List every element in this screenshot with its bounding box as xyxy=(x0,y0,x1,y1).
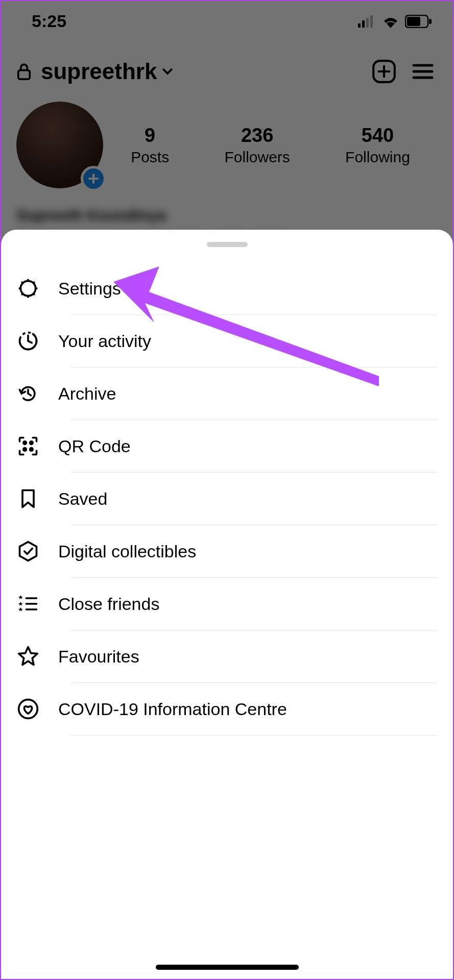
svg-point-31 xyxy=(23,442,27,445)
divider xyxy=(70,735,438,736)
status-indicators xyxy=(358,15,433,28)
svg-marker-35 xyxy=(20,542,37,561)
svg-point-33 xyxy=(23,448,27,451)
menu-list: Settings Your activity Archive QR Code xyxy=(1,262,453,736)
plus-icon xyxy=(87,173,100,185)
menu-item-close-friends[interactable]: Close friends xyxy=(16,578,438,630)
menu-item-archive[interactable]: Archive xyxy=(16,368,438,420)
profile-stats-row: 9 Posts 236 Followers 540 Following xyxy=(1,91,453,193)
menu-item-covid-info[interactable]: COVID-19 Information Centre xyxy=(16,683,438,735)
stat-followers[interactable]: 236 Followers xyxy=(224,125,290,166)
svg-rect-2 xyxy=(366,18,369,28)
svg-rect-6 xyxy=(429,19,432,24)
svg-point-39 xyxy=(19,700,38,719)
username[interactable]: supreethrk xyxy=(41,59,174,84)
menu-label: Digital collectibles xyxy=(58,542,196,561)
add-story-button[interactable] xyxy=(81,166,106,191)
stat-following[interactable]: 540 Following xyxy=(345,125,410,166)
sheet-grabber[interactable] xyxy=(207,242,248,247)
menu-label: Settings xyxy=(58,279,121,299)
menu-sheet: Settings Your activity Archive QR Code xyxy=(1,230,453,979)
profile-header: supreethrk xyxy=(1,36,453,91)
gear-icon xyxy=(16,277,40,300)
svg-point-34 xyxy=(30,448,33,451)
status-bar: 5:25 xyxy=(1,1,453,36)
qr-code-icon xyxy=(16,434,40,458)
menu-label: Close friends xyxy=(58,594,159,614)
svg-line-24 xyxy=(33,282,35,284)
hamburger-icon xyxy=(411,61,435,82)
svg-rect-3 xyxy=(370,15,373,28)
menu-label: Saved xyxy=(58,489,107,509)
menu-label: Your activity xyxy=(58,331,151,351)
svg-line-30 xyxy=(28,394,31,396)
history-icon xyxy=(16,382,40,405)
wifi-icon xyxy=(381,15,400,28)
menu-label: Archive xyxy=(58,384,116,404)
username-text: supreethrk xyxy=(41,59,157,84)
menu-label: Favourites xyxy=(58,647,139,667)
svg-rect-1 xyxy=(362,20,365,28)
heart-badge-icon xyxy=(16,697,40,721)
chevron-down-icon xyxy=(161,65,174,78)
svg-point-32 xyxy=(30,442,33,445)
lock-icon xyxy=(16,62,32,81)
posts-count: 9 xyxy=(131,125,169,146)
create-button[interactable] xyxy=(369,57,399,86)
bookmark-icon xyxy=(16,487,40,510)
followers-count: 236 xyxy=(224,125,290,146)
svg-line-28 xyxy=(28,341,32,343)
svg-rect-5 xyxy=(407,17,420,26)
signal-icon xyxy=(358,15,376,28)
menu-item-your-activity[interactable]: Your activity xyxy=(16,315,438,367)
menu-item-digital-collectibles[interactable]: Digital collectibles xyxy=(16,525,438,577)
home-indicator[interactable] xyxy=(156,965,299,970)
followers-label: Followers xyxy=(224,149,290,166)
menu-label: COVID-19 Information Centre xyxy=(58,699,287,719)
menu-button[interactable] xyxy=(408,57,438,86)
following-count: 540 xyxy=(345,125,410,146)
avatar[interactable] xyxy=(16,102,103,188)
svg-rect-7 xyxy=(18,70,30,80)
menu-item-favourites[interactable]: Favourites xyxy=(16,630,438,682)
svg-line-22 xyxy=(33,293,35,295)
menu-item-qr-code[interactable]: QR Code xyxy=(16,420,438,472)
hexagon-check-icon xyxy=(16,540,40,563)
battery-icon xyxy=(405,15,433,28)
following-label: Following xyxy=(345,149,410,166)
close-friends-icon xyxy=(16,592,40,616)
bio-name: Supreeth Koundinya xyxy=(16,204,438,227)
clock-activity-icon xyxy=(16,329,40,353)
plus-square-icon xyxy=(371,59,397,84)
menu-item-saved[interactable]: Saved xyxy=(16,473,438,525)
status-time: 5:25 xyxy=(32,11,66,31)
svg-line-23 xyxy=(21,293,23,295)
posts-label: Posts xyxy=(131,149,169,166)
svg-rect-0 xyxy=(358,23,361,28)
menu-item-settings[interactable]: Settings xyxy=(16,262,438,314)
stat-posts[interactable]: 9 Posts xyxy=(131,125,169,166)
svg-line-21 xyxy=(21,282,23,284)
star-icon xyxy=(16,645,40,668)
menu-label: QR Code xyxy=(58,436,131,456)
